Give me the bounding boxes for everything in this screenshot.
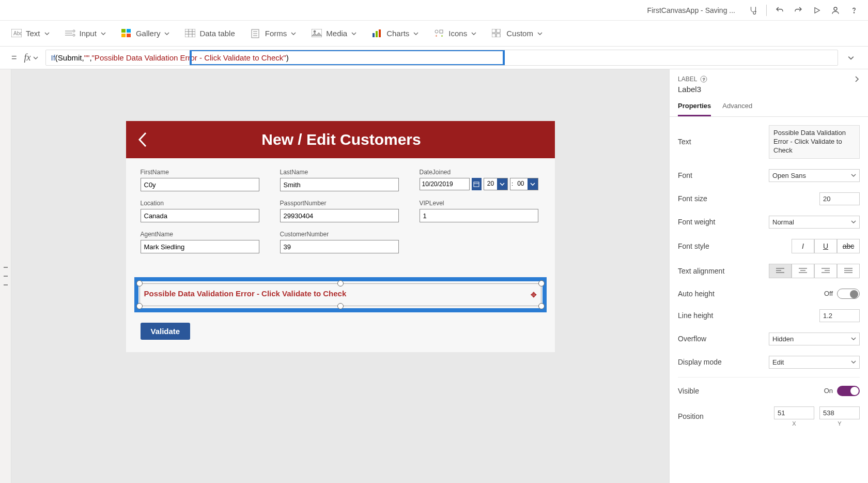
resize-handle[interactable] (337, 303, 344, 309)
chevron-down-icon (101, 31, 106, 36)
formula-token: ) (286, 53, 289, 62)
diagnostics-icon[interactable] (748, 5, 759, 16)
ribbon-media[interactable]: Media (312, 29, 357, 38)
svg-rect-36 (474, 182, 479, 187)
italic-button[interactable]: I (792, 239, 814, 253)
prop-font-value: Open Sans (772, 172, 806, 179)
formula-input[interactable]: If(Submit, "", "Possible Data Validation… (45, 50, 838, 66)
resize-handle[interactable] (538, 303, 545, 309)
input-custnum[interactable] (280, 240, 399, 253)
prop-font-select[interactable]: Open Sans (769, 169, 860, 182)
svg-point-10 (73, 34, 75, 36)
prop-displaymode-value: Edit (772, 358, 784, 366)
ribbon-icons-label: Icons (448, 29, 467, 38)
position-x-input[interactable]: 51 (774, 406, 814, 419)
resize-handle[interactable] (136, 280, 143, 286)
formula-expand-icon[interactable] (845, 55, 857, 61)
prop-overflow: Overflow Hidden (678, 327, 860, 351)
help-icon[interactable] (848, 5, 860, 16)
prop-font: Font Open Sans (678, 164, 860, 187)
undo-icon[interactable] (774, 5, 785, 16)
tab-properties[interactable]: Properties (678, 99, 711, 116)
grip-icon (4, 267, 8, 285)
ribbon-gallery[interactable]: Gallery (121, 29, 170, 38)
svg-point-0 (755, 11, 756, 12)
input-location[interactable] (141, 209, 259, 222)
selected-control[interactable]: Possible Data Validation Error - Click V… (134, 277, 547, 312)
prop-text-value[interactable]: Possible Data Validation Error - Click V… (769, 125, 860, 159)
chevron-right-icon[interactable] (854, 76, 860, 83)
validate-button[interactable]: Validate (141, 323, 191, 340)
ribbon-input[interactable]: Input (65, 29, 106, 38)
svg-rect-13 (121, 34, 126, 37)
info-icon[interactable]: ? (700, 76, 707, 83)
input-date[interactable]: 10/20/2019 (420, 178, 470, 190)
prop-displaymode-select[interactable]: Edit (769, 356, 860, 369)
left-rail[interactable] (0, 69, 11, 483)
user-icon[interactable] (830, 5, 841, 16)
icons-icon: + (434, 29, 444, 38)
resize-handle[interactable] (337, 280, 344, 286)
prop-overflow-select[interactable]: Hidden (769, 333, 860, 345)
app-title: New / Edit Customers (164, 131, 519, 148)
prop-lineheight: Line height 1.2 (678, 304, 860, 327)
text-icon: Abc (11, 29, 22, 38)
input-vip[interactable] (420, 209, 538, 222)
prop-autoheight: Auto height Off (678, 283, 860, 304)
ribbon-datatable[interactable]: Data table (185, 29, 235, 38)
prop-autoheight-label: Auto height (678, 290, 715, 298)
separator (766, 5, 767, 16)
fx-dropdown[interactable]: fx (24, 52, 38, 63)
input-lastname[interactable] (280, 178, 399, 191)
canvas-area[interactable]: New / Edit Customers FirstName LastName … (11, 69, 669, 483)
minute-value: 00 (514, 178, 527, 190)
resize-handle[interactable] (136, 303, 143, 309)
app-header: New / Edit Customers (126, 121, 555, 158)
equals-icon: = (11, 52, 17, 63)
chevron-down-icon (351, 31, 357, 36)
gallery-icon (121, 29, 132, 38)
minute-select[interactable]: :00 (510, 178, 538, 190)
ribbon-text[interactable]: Abc Text (11, 29, 50, 38)
input-firstname[interactable] (141, 178, 259, 191)
validation-label[interactable]: Possible Data Validation Error - Click V… (140, 283, 541, 306)
ribbon-custom[interactable]: Custom (492, 29, 542, 38)
back-icon[interactable] (136, 131, 149, 148)
hour-select[interactable]: 20 (484, 178, 508, 190)
prop-position-label: Position (678, 412, 704, 420)
ribbon-icons[interactable]: + Icons (434, 29, 476, 38)
align-justify-button[interactable] (837, 264, 860, 278)
ribbon-forms[interactable]: Forms (251, 29, 297, 38)
align-right-button[interactable] (814, 264, 837, 278)
visible-toggle[interactable] (837, 386, 860, 396)
input-agent[interactable] (141, 240, 259, 253)
prop-lineheight-value[interactable]: 1.2 (819, 309, 860, 322)
tab-advanced[interactable]: Advanced (722, 99, 752, 116)
svg-rect-12 (127, 29, 131, 33)
chevron-down-icon (413, 31, 419, 36)
prop-fontweight-label: Font weight (678, 218, 715, 226)
strike-button[interactable]: abc (837, 239, 860, 253)
prop-align: Text alignment (678, 259, 860, 283)
field-passport: PassportNumber (280, 200, 399, 222)
resize-handle[interactable] (538, 280, 545, 286)
prop-position: Position 51 X 538 Y (678, 401, 860, 432)
underline-button[interactable]: U (814, 239, 837, 253)
field-firstname: FirstName (141, 169, 259, 191)
autoheight-toggle[interactable] (837, 289, 860, 299)
position-y-input[interactable]: 538 (819, 406, 860, 419)
redo-icon[interactable] (793, 5, 804, 16)
prop-fontweight-select[interactable]: Normal (769, 216, 860, 229)
field-lastname: LastName (280, 169, 399, 191)
chevron-down-icon (528, 178, 538, 190)
align-left-button[interactable] (769, 264, 792, 278)
input-passport[interactable] (280, 209, 399, 222)
calendar-icon[interactable] (472, 178, 482, 190)
ribbon-charts[interactable]: Charts (372, 29, 419, 38)
ribbon-custom-label: Custom (506, 29, 533, 38)
prop-fontsize-value[interactable]: 20 (819, 192, 860, 205)
svg-rect-30 (440, 30, 443, 33)
play-icon[interactable] (811, 5, 823, 16)
svg-rect-11 (121, 29, 126, 33)
align-center-button[interactable] (792, 264, 814, 278)
